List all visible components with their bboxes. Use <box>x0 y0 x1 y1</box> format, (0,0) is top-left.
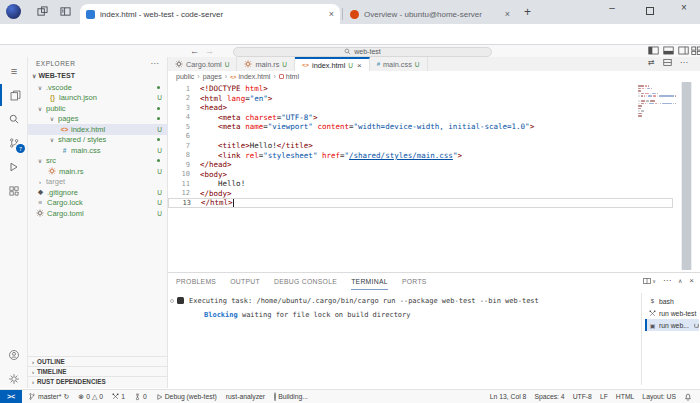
open-changes-icon[interactable]: ⇄ <box>648 58 655 67</box>
more-actions-icon[interactable]: ⋯ <box>663 276 671 285</box>
status-item-keyboard-layout[interactable]: Layout: US <box>642 393 676 400</box>
status-item-tasks[interactable]: 1 <box>112 393 125 400</box>
toml-file-icon <box>36 209 45 217</box>
minimap-line <box>638 85 676 87</box>
close-button[interactable]: × <box>674 2 694 13</box>
panel-tab-terminal[interactable]: TERMINAL <box>351 273 388 290</box>
tree-item-pages[interactable]: ∨pages <box>28 114 168 125</box>
editor-tab-main-rs[interactable]: main.rsU <box>237 57 295 71</box>
tree-item-index-html[interactable]: <>index.htmlU <box>28 124 168 135</box>
section-rust-dependencies[interactable]: ›RUST DEPENDENCIES <box>28 376 168 386</box>
tree-item-src[interactable]: ∨src <box>28 156 168 167</box>
tab-close-icon[interactable]: × <box>505 9 510 19</box>
activity-item-explorer[interactable] <box>0 84 28 106</box>
breadcrumb-item[interactable]: html <box>279 73 299 80</box>
status-item-tests[interactable]: 0 <box>134 393 147 401</box>
source-control-badge: 7 <box>16 144 25 153</box>
status-item-cursor-position[interactable]: Ln 13, Col 8 <box>490 393 527 400</box>
command-center[interactable]: web-test <box>233 47 492 57</box>
maximize-panel-icon[interactable]: ∧ <box>678 277 682 284</box>
tree-item-shared-styles[interactable]: ∨shared / styles <box>28 135 168 146</box>
browser-tab[interactable]: Overview - ubuntu@home-server× <box>344 4 516 24</box>
new-tab-button[interactable]: + <box>524 6 531 18</box>
tab-close-icon[interactable]: × <box>357 61 362 70</box>
activity-item-extensions[interactable] <box>0 180 28 202</box>
status-item-eol[interactable]: LF <box>600 393 608 400</box>
breadcrumb-item[interactable]: pages <box>203 73 222 80</box>
vertical-tabs-icon[interactable] <box>60 6 72 18</box>
status-item-language-mode[interactable]: HTML <box>616 393 635 400</box>
status-item-rust-analyzer[interactable]: rust-analyzer <box>226 393 265 400</box>
line-number: 13 <box>169 199 191 207</box>
editor-tab-main-css[interactable]: #main.cssU <box>370 57 428 71</box>
tree-item-label: Cargo.toml <box>47 209 157 218</box>
toggle-panel-icon[interactable] <box>663 46 675 56</box>
editor-scrollbar[interactable] <box>681 82 692 270</box>
toggle-secondary-sidebar-icon[interactable] <box>678 46 690 56</box>
activity-item-source-control[interactable]: 7 <box>0 132 28 154</box>
panel-tab-output[interactable]: OUTPUT <box>230 273 260 290</box>
close-panel-icon[interactable]: × <box>689 276 694 285</box>
more-actions-icon[interactable]: ⋯ <box>680 58 688 67</box>
tree-item--vscode[interactable]: ∨.vscode <box>28 82 168 93</box>
tree-item-cargo-lock[interactable]: ≡Cargo.lockU <box>28 198 168 209</box>
tab-close-icon[interactable]: × <box>329 9 334 19</box>
panel-tab-problems[interactable]: PROBLEMS <box>176 273 216 290</box>
tree-item-main-rs[interactable]: main.rsU <box>28 166 168 177</box>
section-timeline[interactable]: ›TIMELINE <box>28 366 168 376</box>
history-forward-icon[interactable]: → <box>205 46 214 56</box>
code-line-3: 3<head> <box>168 103 673 113</box>
split-terminal-icon[interactable]: ∨ <box>643 277 656 285</box>
tree-item--gitignore[interactable]: ◆.gitignoreU <box>28 187 168 198</box>
maximize-button[interactable] <box>646 7 654 15</box>
browser-logo-icon[interactable] <box>6 4 21 19</box>
minimap[interactable] <box>638 85 676 118</box>
tree-item-public[interactable]: ∨public <box>28 103 168 114</box>
workspace-root[interactable]: ∨ WEB-TEST <box>28 70 167 81</box>
remote-indicator[interactable]: >< <box>0 390 22 403</box>
panel-tab-debug-console[interactable]: DEBUG CONSOLE <box>274 273 337 290</box>
terminal-instance-run-web-[interactable]: ▣run web... <box>645 319 699 331</box>
account-icon <box>8 349 20 361</box>
section-outline[interactable]: ›OUTLINE <box>28 356 168 366</box>
activity-item-menu[interactable]: ≡ <box>0 60 28 82</box>
tree-item-cargo-toml[interactable]: Cargo.tomlU <box>28 208 168 219</box>
status-item-encoding[interactable]: UTF-8 <box>573 393 592 400</box>
history-back-icon[interactable]: ← <box>190 46 199 56</box>
status-item-building[interactable]: Building... <box>274 393 308 400</box>
tree-item-target[interactable]: ›target <box>28 177 168 188</box>
activity-item-settings[interactable] <box>0 368 28 390</box>
panel-tab-ports[interactable]: PORTS <box>402 273 427 290</box>
editor-tab-Cargo-toml[interactable]: Cargo.tomlU <box>168 57 237 71</box>
workspaces-icon[interactable] <box>37 6 49 18</box>
terminal-instance-bash[interactable]: $bash <box>645 295 699 307</box>
minimize-button[interactable]: – <box>602 2 622 13</box>
json-file-icon: {} <box>48 94 57 101</box>
status-item-indentation[interactable]: Spaces: 4 <box>534 393 564 400</box>
terminal-instance-run-web-test[interactable]: run web-test <box>645 307 699 319</box>
breadcrumb-item[interactable]: public <box>176 73 194 80</box>
activity-item-search[interactable] <box>0 108 28 130</box>
code-text: <title>Hello!</title> <box>200 141 313 150</box>
toggle-sidebar-icon[interactable] <box>648 46 660 56</box>
tree-item-main-css[interactable]: #main.cssU <box>28 145 168 156</box>
status-item-notifications[interactable] <box>684 393 692 401</box>
editor-tab-index-html[interactable]: <>index.htmlU× <box>295 57 370 71</box>
customize-layout-icon[interactable] <box>691 46 700 56</box>
breadcrumb-item[interactable]: <>index.html <box>230 73 270 80</box>
code-editor[interactable]: 1<!DOCTYPE html>2<html lang="en">3<head>… <box>168 84 680 270</box>
tree-item-label: .gitignore <box>47 188 157 197</box>
explorer-more-icon[interactable]: ⋯ <box>151 59 160 68</box>
search-icon <box>344 48 351 55</box>
activity-item-run-debug[interactable] <box>0 156 28 178</box>
status-item-debug-target[interactable]: Debug (web-test) <box>156 393 217 401</box>
split-editor-icon[interactable] <box>663 58 672 67</box>
browser-tab[interactable]: index.html - web-test - code-server× <box>80 4 340 24</box>
status-item-git-branch[interactable]: master*↻ <box>28 392 69 401</box>
line-number: 1 <box>168 85 190 93</box>
status-item-problems[interactable]: ⊗0△0 <box>78 393 103 401</box>
tree-item-launch-json[interactable]: {}launch.jsonU <box>28 93 168 104</box>
debug-icon <box>8 161 20 173</box>
git-decoration-dot <box>157 107 160 110</box>
activity-item-accounts[interactable] <box>0 344 28 366</box>
